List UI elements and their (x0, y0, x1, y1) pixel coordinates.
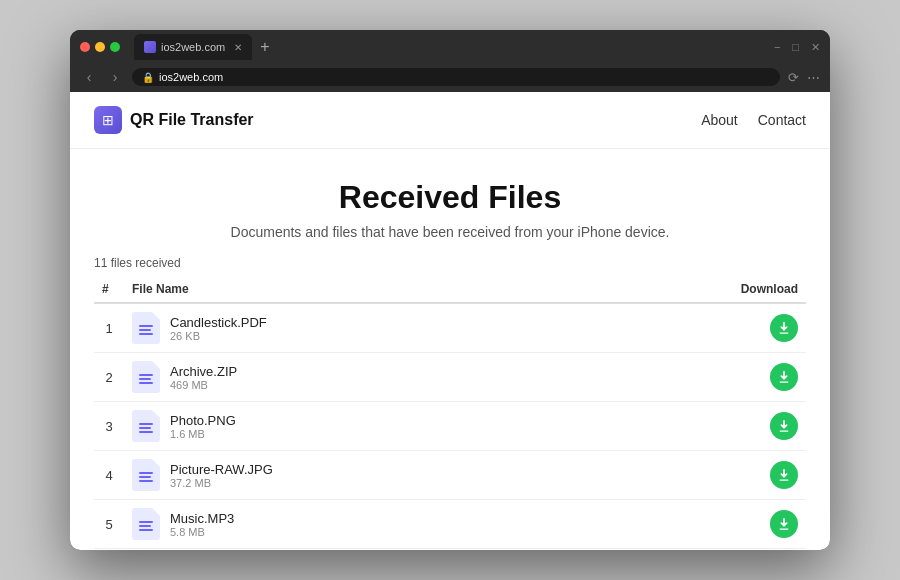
site-logo: ⊞ QR File Transfer (94, 106, 254, 134)
file-download-button[interactable] (770, 363, 798, 391)
site-header: ⊞ QR File Transfer About Contact (70, 92, 830, 149)
file-download-cell (589, 500, 806, 549)
nav-contact[interactable]: Contact (758, 112, 806, 128)
file-download-cell (589, 451, 806, 500)
table-row: 2 Archive.ZIP 469 MB (94, 353, 806, 402)
nav-about[interactable]: About (701, 112, 738, 128)
file-icon (132, 361, 160, 393)
col-header-num: # (94, 276, 124, 303)
tab-title: ios2web.com (161, 41, 225, 53)
browser-addressbar: ‹ › 🔒 ios2web.com ⟳ ⋯ (70, 64, 830, 92)
logo-icon: ⊞ (94, 106, 122, 134)
browser-tab-active[interactable]: ios2web.com ✕ (134, 34, 252, 60)
back-button[interactable]: ‹ (80, 69, 98, 85)
file-table: # File Name Download 1 (94, 276, 806, 550)
file-download-cell (589, 303, 806, 353)
file-icon (132, 410, 160, 442)
lock-icon: 🔒 (142, 72, 154, 83)
refresh-icon[interactable]: ⟳ (788, 70, 799, 85)
file-icon (132, 459, 160, 491)
svg-rect-0 (780, 332, 789, 333)
browser-titlebar: ios2web.com ✕ + − □ ✕ (70, 30, 830, 64)
file-row-info: Archive.ZIP 469 MB (124, 353, 589, 402)
files-count: 11 files received (94, 256, 806, 270)
file-row-num: 2 (94, 353, 124, 402)
file-name: Music.MP3 (170, 511, 234, 526)
svg-rect-4 (780, 528, 789, 529)
win-minimize[interactable]: − (774, 41, 780, 53)
file-size: 5.8 MB (170, 526, 234, 538)
file-name: Archive.ZIP (170, 364, 237, 379)
address-actions: ⟳ ⋯ (788, 70, 820, 85)
file-name: Picture-RAW.JPG (170, 462, 273, 477)
file-download-button[interactable] (770, 314, 798, 342)
hero-subtitle: Documents and files that have been recei… (94, 224, 806, 240)
file-row-num: 1 (94, 303, 124, 353)
file-download-button[interactable] (770, 412, 798, 440)
file-row-num: 5 (94, 549, 124, 551)
file-name: Candlestick.PDF (170, 315, 267, 330)
col-header-filename: File Name (124, 276, 589, 303)
file-row-info: Photo.PNG 1.6 MB (124, 402, 589, 451)
table-row: 4 Picture-RAW.JPG 37.2 MB (94, 451, 806, 500)
table-row: 5 Presentation 5.8 MB (94, 549, 806, 551)
file-size: 1.6 MB (170, 428, 236, 440)
tab-favicon (144, 41, 156, 53)
win-restore[interactable]: □ (792, 41, 799, 53)
download-icon (777, 370, 791, 384)
page-content: ⊞ QR File Transfer About Contact Receive… (70, 92, 830, 550)
download-icon (777, 321, 791, 335)
download-icon (777, 468, 791, 482)
traffic-lights (80, 42, 120, 52)
file-row-num: 3 (94, 402, 124, 451)
logo-text: QR File Transfer (130, 111, 254, 129)
more-options-icon[interactable]: ⋯ (807, 70, 820, 85)
table-row: 1 Candlestick.PDF 26 KB (94, 303, 806, 353)
file-row-num: 4 (94, 451, 124, 500)
table-row: 5 Music.MP3 5.8 MB (94, 500, 806, 549)
table-row: 3 Photo.PNG 1.6 MB (94, 402, 806, 451)
file-icon (132, 508, 160, 540)
window-controls: − □ ✕ (774, 41, 820, 54)
tab-bar: ios2web.com ✕ + (134, 34, 274, 60)
hero-title: Received Files (94, 179, 806, 216)
file-row-num: 5 (94, 500, 124, 549)
file-row-info: Presentation 5.8 MB (124, 549, 589, 551)
svg-rect-1 (780, 381, 789, 382)
file-row-info: Candlestick.PDF 26 KB (124, 303, 589, 353)
maximize-traffic-light[interactable] (110, 42, 120, 52)
col-header-download: Download (589, 276, 806, 303)
files-section: 11 files received # File Name Download 1 (70, 256, 830, 550)
file-download-cell (589, 402, 806, 451)
new-tab-button[interactable]: + (256, 39, 273, 55)
svg-rect-2 (780, 430, 789, 431)
file-row-info: Music.MP3 5.8 MB (124, 500, 589, 549)
file-size: 26 KB (170, 330, 267, 342)
file-download-button[interactable] (770, 461, 798, 489)
download-icon (777, 517, 791, 531)
file-row-info: Picture-RAW.JPG 37.2 MB (124, 451, 589, 500)
browser-window: ios2web.com ✕ + − □ ✕ ‹ › 🔒 ios2web.com … (70, 30, 830, 550)
address-text: ios2web.com (159, 71, 223, 83)
file-name: Photo.PNG (170, 413, 236, 428)
win-close[interactable]: ✕ (811, 41, 820, 54)
address-box[interactable]: 🔒 ios2web.com (132, 68, 780, 86)
svg-rect-3 (780, 479, 789, 480)
download-icon (777, 419, 791, 433)
file-icon (132, 312, 160, 344)
minimize-traffic-light[interactable] (95, 42, 105, 52)
forward-button[interactable]: › (106, 69, 124, 85)
file-size: 469 MB (170, 379, 237, 391)
close-traffic-light[interactable] (80, 42, 90, 52)
tab-close-button[interactable]: ✕ (234, 42, 242, 53)
site-nav: About Contact (701, 112, 806, 128)
file-download-cell (589, 353, 806, 402)
hero-section: Received Files Documents and files that … (70, 149, 830, 256)
file-download-cell (589, 549, 806, 551)
file-size: 37.2 MB (170, 477, 273, 489)
file-download-button[interactable] (770, 510, 798, 538)
